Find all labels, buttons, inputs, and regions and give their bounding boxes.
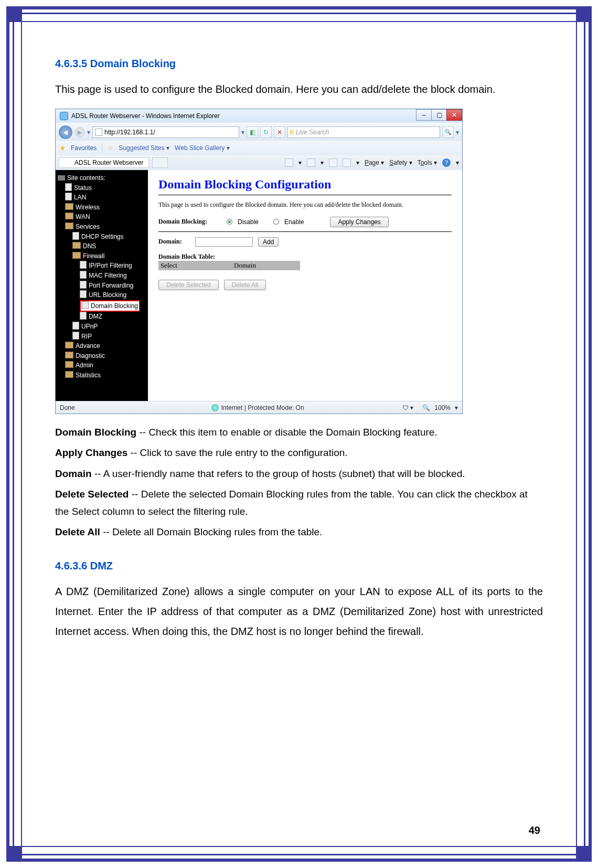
tree-wan[interactable]: WAN (58, 212, 147, 222)
divider (158, 195, 452, 195)
web-slice-link[interactable]: Web Slice Gallery (175, 144, 230, 152)
tree-domainblock[interactable]: Domain Blocking (58, 300, 147, 312)
page-icon (95, 129, 102, 136)
tree-diagnostic[interactable]: Diagnostic (58, 351, 147, 361)
tree-status[interactable]: Status (58, 183, 147, 193)
dropdown-icon[interactable]: ▾ (87, 129, 90, 136)
page-menu[interactable]: Page ▾ (365, 159, 384, 166)
definition-desc: -- A user-friendly name that refers to t… (92, 468, 465, 479)
browser-tab[interactable]: ADSL Router Webserver (59, 157, 149, 168)
tree-wireless[interactable]: Wireless (58, 203, 147, 213)
definition-desc: -- Click to save the rule entry to the c… (127, 447, 347, 458)
radio-disable[interactable] (227, 219, 232, 225)
definition-term: Apply Changes (55, 447, 127, 458)
favorites-bar: ★ Favorites ☆ Suggested Sites Web Slice … (56, 141, 462, 155)
tree-admin[interactable]: Admin (58, 361, 147, 371)
tree-dmz[interactable]: DMZ (58, 312, 147, 322)
search-button[interactable] (442, 126, 454, 138)
print-icon[interactable] (343, 158, 351, 167)
favorites-label[interactable]: Favorites (71, 144, 97, 152)
nav-tree: Site contents: Status LAN Wireless WAN S… (56, 170, 148, 401)
url-dropdown-icon[interactable]: ▾ (241, 129, 244, 136)
ie-window: ADSL Router Webserver - Windows Internet… (55, 109, 463, 414)
definition-term: Domain Blocking (55, 427, 136, 438)
search-box[interactable]: b Live Search (287, 126, 440, 138)
tree-dns[interactable]: DNS (58, 241, 147, 251)
compat-button[interactable]: ◧ (247, 126, 258, 138)
col-domain: Domain (190, 261, 300, 270)
suggested-sites-link[interactable]: Suggested Sites (119, 144, 169, 152)
definition-term: Delete All (55, 526, 100, 537)
tree-portfwd[interactable]: Port Forwarding (58, 281, 147, 291)
section-body-2: A DMZ (Demilitarized Zone) allows a sing… (55, 581, 543, 641)
help-dd-icon[interactable]: ▾ (456, 159, 459, 166)
favorites-star-icon[interactable]: ★ (60, 144, 66, 152)
ie-logo-icon (60, 112, 68, 120)
definition-term: Domain (55, 468, 92, 479)
tree-statistics[interactable]: Statistics (58, 371, 147, 380)
tree-upnp[interactable]: UPnP (58, 322, 147, 332)
feeds-dd-icon[interactable]: ▾ (321, 159, 324, 166)
definitions: Domain Blocking -- Check this item to en… (55, 424, 543, 541)
mail-icon[interactable] (329, 158, 337, 167)
tree-advance[interactable]: Advance (58, 341, 147, 351)
tree-services[interactable]: Services (58, 222, 147, 232)
section-heading-1: 4.6.3.5 Domain Blocking (55, 58, 543, 70)
definition-line: Delete Selected -- Delete the selected D… (55, 485, 543, 521)
tree-urlblock[interactable]: URL Blocking (58, 290, 147, 300)
zoom-dropdown-icon[interactable]: ▾ (455, 404, 458, 411)
definition-line: Domain -- A user-friendly name that refe… (55, 465, 543, 482)
favbar-star-icon[interactable]: ☆ (108, 144, 113, 152)
panel-subtext: This page is used to configure the Block… (158, 200, 452, 209)
print-dd-icon[interactable]: ▾ (356, 159, 359, 166)
definition-term: Delete Selected (55, 489, 129, 500)
tree-dhcp[interactable]: DHCP Settings (58, 232, 147, 242)
tree-ipport[interactable]: IP/Port Filtering (58, 261, 147, 271)
help-icon[interactable]: ? (442, 158, 451, 167)
url-input[interactable] (104, 129, 237, 136)
delete-all-button[interactable]: Delete All (224, 280, 266, 290)
safety-menu[interactable]: Safety ▾ (389, 159, 412, 166)
page-number: 49 (529, 824, 540, 837)
bing-icon: b (290, 129, 294, 136)
feeds-icon[interactable] (307, 158, 315, 167)
definition-line: Domain Blocking -- Check this item to en… (55, 424, 543, 441)
back-button[interactable]: ◄ (59, 125, 72, 139)
new-tab-button[interactable] (152, 157, 168, 168)
status-center: Internet | Protected Mode: On (221, 404, 304, 411)
tree-rip[interactable]: RIP (58, 332, 147, 342)
tree-firewall[interactable]: Firewall (58, 251, 147, 261)
add-button[interactable]: Add (258, 237, 279, 247)
search-dropdown-icon[interactable]: ▾ (456, 129, 459, 136)
close-button[interactable]: ✕ (446, 109, 462, 121)
protected-mode-icon[interactable]: 🛡 ▾ (402, 404, 413, 411)
domain-input[interactable] (195, 237, 253, 247)
search-placeholder: Live Search (296, 129, 329, 136)
home-icon[interactable] (285, 158, 293, 167)
zoom-icon[interactable]: 🔍 (422, 404, 430, 411)
opt-enable: Enable (284, 218, 304, 226)
tree-lan[interactable]: LAN (58, 193, 147, 203)
tab-ie-icon (65, 159, 72, 166)
delete-selected-button[interactable]: Delete Selected (158, 280, 219, 290)
radio-enable[interactable] (273, 219, 279, 225)
definition-line: Delete All -- Delete all Domain Blocking… (55, 523, 543, 541)
tree-macfilter[interactable]: MAC Filtering (58, 271, 147, 281)
forward-button[interactable]: ► (74, 127, 85, 137)
minimize-button[interactable]: – (416, 109, 432, 121)
main-panel: Domain Blocking Configuration This page … (148, 170, 462, 401)
tab-title: ADSL Router Webserver (74, 159, 143, 166)
row-blocking: Domain Blocking: Disable Enable Apply Ch… (158, 217, 452, 227)
tools-menu[interactable]: Tools ▾ (418, 159, 437, 166)
content-area: Site contents: Status LAN Wireless WAN S… (56, 170, 462, 401)
panel-heading: Domain Blocking Configuration (158, 177, 452, 192)
address-bar[interactable] (92, 126, 239, 138)
stop-button[interactable]: ✕ (274, 126, 285, 138)
definition-line: Apply Changes -- Click to save the rule … (55, 444, 543, 461)
section-intro-1: This page is used to configure the Block… (55, 79, 543, 99)
refresh-button[interactable]: ↻ (260, 126, 272, 138)
section-heading-2: 4.6.3.6 DMZ (55, 560, 543, 572)
home-dd-icon[interactable]: ▾ (298, 159, 302, 166)
apply-changes-button[interactable]: Apply Changes (330, 217, 388, 227)
maximize-button[interactable]: ▢ (431, 109, 447, 121)
